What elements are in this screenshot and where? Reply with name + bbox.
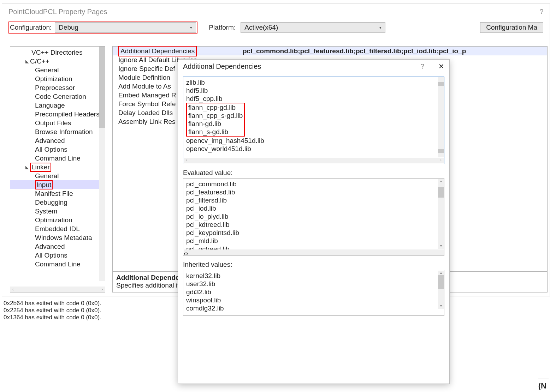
dependency-entry: opencv_world451d.lib [186, 145, 441, 153]
dialog-title: Additional Dependencies [183, 62, 261, 71]
tree-item-label: Command Line [35, 155, 81, 162]
scroll-left-icon[interactable]: ‹ [10, 287, 16, 292]
scroll-down-icon[interactable]: ▾ [438, 304, 444, 309]
highlighted-dependencies: flann_cpp-gd.libflann_cpp_s-gd.libflann-… [186, 103, 245, 137]
tree-item-c-c-[interactable]: ◣C/C++ [10, 57, 105, 66]
tree-item-label: Code Generation [35, 93, 86, 101]
grid-prop-name: Additional Dependencies [113, 46, 240, 56]
tree-item-optimization[interactable]: Optimization [10, 74, 105, 83]
dependencies-text-content: zlib.libhdf5.libhdf5_cpp.libflann_cpp-gd… [183, 77, 444, 154]
tree-item-vc-directories[interactable]: VC++ Directories [10, 48, 105, 57]
tree-item-label: All Options [35, 146, 67, 153]
tree-item-label: General [35, 66, 59, 74]
tree-item-label: Optimization [35, 216, 72, 224]
tree-item-debugging[interactable]: Debugging [10, 198, 105, 207]
tree-item-label: Optimization [35, 75, 72, 83]
platform-dropdown[interactable]: Active(x64) ▾ [241, 22, 385, 33]
dialog-titlebar: Additional Dependencies ? ✕ [178, 60, 449, 73]
tree-vscroll-thumb[interactable] [99, 47, 105, 128]
additional-dependencies-dialog: Additional Dependencies ? ✕ zlib.libhdf5… [178, 59, 450, 384]
close-icon[interactable]: ✕ [438, 62, 444, 71]
tree-item-label: Advanced [35, 243, 65, 251]
configuration-dropdown[interactable]: Debug ▾ [55, 22, 196, 33]
tree-item-output-files[interactable]: Output Files [10, 119, 105, 127]
tree-item-label: All Options [35, 252, 67, 259]
tree-item-general[interactable]: General [10, 66, 105, 74]
tree-item-command-line[interactable]: Command Line [10, 260, 105, 269]
configuration-highlight: Configuration: Debug ▾ [8, 22, 197, 34]
tree-hscrollbar[interactable]: ‹ › [10, 287, 105, 292]
tree-item-browse-information[interactable]: Browse Information [10, 127, 105, 136]
inherited-entry: user32.lib [186, 280, 441, 288]
scroll-up-icon[interactable]: ▴ [438, 271, 444, 276]
tree-item-windows-metadata[interactable]: Windows Metadata [10, 233, 105, 242]
tree-item-system[interactable]: System [10, 207, 105, 216]
tree-item-precompiled-headers[interactable]: Precompiled Headers [10, 110, 105, 119]
textbox-vscroll-thumb[interactable] [438, 149, 444, 153]
tree-item-label: Windows Metadata [35, 234, 92, 242]
expand-arrow-icon[interactable]: ◣ [24, 165, 29, 170]
tree-panel: VC++ Directories◣C/C++GeneralOptimizatio… [10, 46, 105, 293]
tree-item-advanced[interactable]: Advanced [10, 242, 105, 251]
configuration-manager-label: Configuration Ma [486, 24, 537, 31]
scroll-down-icon[interactable]: ▾ [438, 244, 444, 249]
textbox-vscroll-thumb[interactable] [438, 82, 444, 86]
configuration-manager-button[interactable]: Configuration Ma [480, 22, 543, 33]
help-icon[interactable]: ? [540, 8, 543, 16]
tree-item-optimization[interactable]: Optimization [10, 216, 105, 224]
expand-arrow-icon[interactable]: ◣ [24, 59, 29, 64]
tree-item-language[interactable]: Language [10, 101, 105, 110]
evaluated-entry: pcl_mld.lib [186, 237, 441, 245]
tree-item-all-options[interactable]: All Options [10, 145, 105, 154]
scroll-right-icon[interactable]: › [186, 249, 188, 255]
evaluated-entry: pcl_commond.lib [186, 180, 441, 188]
scroll-right-icon[interactable]: › [99, 287, 105, 292]
evaluated-entry: pcl_filtersd.lib [186, 196, 441, 204]
dependencies-textbox[interactable]: zlib.libhdf5.libhdf5_cpp.libflann_cpp-gd… [183, 77, 444, 164]
tree-item-input[interactable]: Input [10, 180, 105, 189]
tree-item-label: Embedded IDL [35, 225, 80, 233]
inherited-values-label: Inherited values: [183, 261, 444, 269]
tree-item-preprocessor[interactable]: Preprocessor [10, 83, 105, 92]
tree-item-label: Output Files [35, 119, 71, 127]
tree-item-command-line[interactable]: Command Line [10, 154, 105, 163]
textbox-vscrollbar[interactable] [438, 77, 444, 157]
titlebar: PointCloudPCL Property Pages ? [2, 4, 550, 19]
scroll-left-icon[interactable]: ‹ [184, 158, 189, 163]
tree-item-linker[interactable]: ◣Linker [10, 163, 105, 171]
tree-item-label: Language [35, 102, 65, 109]
tree-item-advanced[interactable]: Advanced [10, 136, 105, 145]
textbox-hscrollbar[interactable]: ‹ › [184, 158, 444, 163]
help-icon[interactable]: ? [420, 62, 424, 71]
toolbar: Configuration: Debug ▾ Platform: Active(… [2, 19, 550, 38]
inherited-entry: winspool.lib [186, 296, 441, 304]
listbox-vscroll-thumb[interactable] [438, 187, 444, 198]
tree-scroll[interactable]: VC++ Directories◣C/C++GeneralOptimizatio… [10, 47, 105, 287]
tree-item-label: Command Line [35, 260, 81, 268]
grid-row[interactable]: Additional Dependenciespcl_commond.lib;p… [113, 47, 547, 55]
configuration-label: Configuration: [10, 24, 52, 31]
tree-item-label: Browse Information [35, 128, 93, 136]
inherited-values-listbox[interactable]: kernel32.libuser32.libgdi32.libwinspool.… [183, 270, 444, 316]
dependency-entry: flann_cpp_s-gd.lib [188, 111, 243, 120]
tree-item-label: System [35, 207, 57, 215]
evaluated-entry: pcl_keypointsd.lib [186, 229, 441, 237]
tree-item-code-generation[interactable]: Code Generation [10, 92, 105, 101]
evaluated-value-label: Evaluated value: [183, 169, 444, 177]
grid-prop-value[interactable]: pcl_commond.lib;pcl_featuresd.lib;pcl_fi… [240, 47, 547, 55]
listbox-hscrollbar[interactable]: ‹ › [184, 249, 444, 255]
listbox-vscroll-thumb[interactable] [438, 275, 444, 289]
evaluated-value-listbox[interactable]: pcl_commond.libpcl_featuresd.libpcl_filt… [183, 178, 444, 256]
dependency-entry: flann-gd.lib [188, 120, 243, 128]
bottom-right-fragment: (N [538, 379, 549, 391]
tree-item-embedded-idl[interactable]: Embedded IDL [10, 224, 105, 233]
chevron-down-icon: ▾ [190, 25, 192, 30]
scroll-right-icon[interactable]: › [438, 158, 444, 163]
dependency-entry: flann_s-gd.lib [188, 128, 243, 136]
scroll-up-icon[interactable]: ▴ [438, 179, 444, 184]
tree-item-manifest-file[interactable]: Manifest File [10, 189, 105, 198]
tree-item-label: VC++ Directories [31, 49, 83, 56]
dialog-body: zlib.libhdf5.libhdf5_cpp.libflann_cpp-gd… [178, 73, 449, 316]
tree-item-all-options[interactable]: All Options [10, 251, 105, 260]
tree-item-general[interactable]: General [10, 171, 105, 180]
